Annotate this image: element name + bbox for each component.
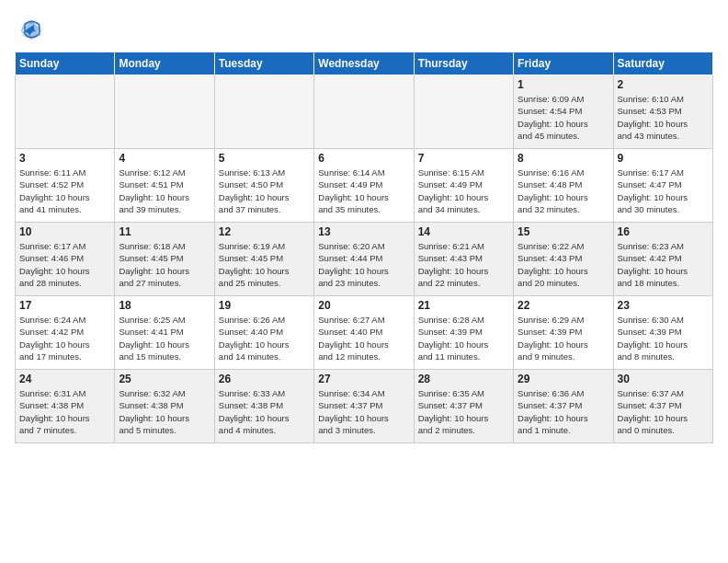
day-info: Sunrise: 6:16 AMSunset: 4:48 PMDaylight:… — [518, 167, 609, 215]
day-info: Sunrise: 6:33 AMSunset: 4:38 PMDaylight:… — [219, 387, 310, 436]
calendar-cell: 3Sunrise: 6:11 AMSunset: 4:52 PMDaylight… — [16, 149, 115, 223]
header-row: SundayMondayTuesdayWednesdayThursdayFrid… — [16, 52, 713, 75]
calendar-cell: 5Sunrise: 6:13 AMSunset: 4:50 PMDaylight… — [214, 149, 313, 223]
day-number: 12 — [219, 225, 310, 238]
day-number: 22 — [518, 299, 609, 312]
day-info: Sunrise: 6:23 AMSunset: 4:42 PMDaylight:… — [618, 240, 709, 289]
calendar-cell: 18Sunrise: 6:25 AMSunset: 4:41 PMDayligh… — [115, 296, 214, 370]
day-number: 23 — [618, 299, 709, 312]
day-info: Sunrise: 6:17 AMSunset: 4:46 PMDaylight:… — [19, 240, 110, 289]
day-number: 5 — [219, 152, 310, 165]
day-info: Sunrise: 6:12 AMSunset: 4:51 PMDaylight:… — [119, 167, 210, 215]
calendar-cell: 26Sunrise: 6:33 AMSunset: 4:38 PMDayligh… — [214, 370, 313, 443]
weekday-header-wednesday: Wednesday — [314, 52, 414, 75]
calendar-cell: 4Sunrise: 6:12 AMSunset: 4:51 PMDaylight… — [115, 149, 214, 223]
day-info: Sunrise: 6:24 AMSunset: 4:42 PMDaylight:… — [19, 314, 110, 362]
day-info: Sunrise: 6:14 AMSunset: 4:49 PMDaylight:… — [318, 167, 409, 215]
weekday-header-thursday: Thursday — [414, 52, 513, 75]
calendar-table: SundayMondayTuesdayWednesdayThursdayFrid… — [15, 52, 713, 443]
calendar-cell: 10Sunrise: 6:17 AMSunset: 4:46 PMDayligh… — [16, 223, 115, 296]
day-number: 29 — [518, 373, 609, 385]
calendar-cell: 29Sunrise: 6:36 AMSunset: 4:37 PMDayligh… — [514, 370, 613, 443]
day-info: Sunrise: 6:17 AMSunset: 4:47 PMDaylight:… — [618, 167, 709, 215]
calendar-cell: 15Sunrise: 6:22 AMSunset: 4:43 PMDayligh… — [514, 223, 613, 296]
weekday-header-sunday: Sunday — [16, 52, 115, 75]
calendar-week-2: 3Sunrise: 6:11 AMSunset: 4:52 PMDaylight… — [16, 149, 713, 223]
day-info: Sunrise: 6:13 AMSunset: 4:50 PMDaylight:… — [219, 167, 310, 215]
day-info: Sunrise: 6:36 AMSunset: 4:37 PMDaylight:… — [518, 387, 609, 436]
day-info: Sunrise: 6:18 AMSunset: 4:45 PMDaylight:… — [119, 240, 210, 289]
calendar-cell — [115, 75, 214, 149]
day-info: Sunrise: 6:11 AMSunset: 4:52 PMDaylight:… — [19, 167, 110, 215]
day-number: 2 — [618, 78, 709, 91]
calendar-week-4: 17Sunrise: 6:24 AMSunset: 4:42 PMDayligh… — [16, 296, 713, 370]
day-number: 10 — [19, 225, 110, 238]
calendar-cell: 27Sunrise: 6:34 AMSunset: 4:37 PMDayligh… — [314, 370, 414, 443]
day-info: Sunrise: 6:25 AMSunset: 4:41 PMDaylight:… — [119, 314, 210, 362]
day-number: 24 — [19, 373, 110, 385]
day-number: 26 — [219, 373, 310, 385]
weekday-header-tuesday: Tuesday — [214, 52, 313, 75]
calendar-header: SundayMondayTuesdayWednesdayThursdayFrid… — [16, 52, 713, 75]
day-info: Sunrise: 6:15 AMSunset: 4:49 PMDaylight:… — [418, 167, 509, 215]
calendar-cell: 19Sunrise: 6:26 AMSunset: 4:40 PMDayligh… — [214, 296, 313, 370]
page-header — [0, 0, 728, 52]
calendar-cell: 6Sunrise: 6:14 AMSunset: 4:49 PMDaylight… — [314, 149, 414, 223]
calendar-cell — [214, 75, 313, 149]
weekday-header-friday: Friday — [514, 52, 613, 75]
day-number: 6 — [318, 152, 409, 165]
day-info: Sunrise: 6:35 AMSunset: 4:37 PMDaylight:… — [418, 387, 509, 436]
day-number: 20 — [318, 299, 409, 312]
calendar-cell: 14Sunrise: 6:21 AMSunset: 4:43 PMDayligh… — [414, 223, 513, 296]
day-info: Sunrise: 6:22 AMSunset: 4:43 PMDaylight:… — [518, 240, 609, 289]
day-info: Sunrise: 6:34 AMSunset: 4:37 PMDaylight:… — [318, 387, 409, 436]
calendar-cell: 9Sunrise: 6:17 AMSunset: 4:47 PMDaylight… — [613, 149, 712, 223]
calendar-cell: 8Sunrise: 6:16 AMSunset: 4:48 PMDaylight… — [514, 149, 613, 223]
day-number: 25 — [119, 373, 210, 385]
calendar-cell — [16, 75, 115, 149]
calendar-cell: 17Sunrise: 6:24 AMSunset: 4:42 PMDayligh… — [16, 296, 115, 370]
weekday-header-monday: Monday — [115, 52, 214, 75]
day-number: 11 — [119, 225, 210, 238]
day-info: Sunrise: 6:21 AMSunset: 4:43 PMDaylight:… — [418, 240, 509, 289]
calendar-week-3: 10Sunrise: 6:17 AMSunset: 4:46 PMDayligh… — [16, 223, 713, 296]
calendar-cell: 13Sunrise: 6:20 AMSunset: 4:44 PMDayligh… — [314, 223, 414, 296]
calendar-cell: 24Sunrise: 6:31 AMSunset: 4:38 PMDayligh… — [16, 370, 115, 443]
day-number: 9 — [618, 152, 709, 165]
calendar-body: 1Sunrise: 6:09 AMSunset: 4:54 PMDaylight… — [16, 75, 713, 443]
day-info: Sunrise: 6:31 AMSunset: 4:38 PMDaylight:… — [19, 387, 110, 436]
day-number: 8 — [518, 152, 609, 165]
day-number: 13 — [318, 225, 409, 238]
calendar-cell: 23Sunrise: 6:30 AMSunset: 4:39 PMDayligh… — [613, 296, 712, 370]
day-number: 21 — [418, 299, 509, 312]
calendar-cell: 1Sunrise: 6:09 AMSunset: 4:54 PMDaylight… — [514, 75, 613, 149]
day-number: 17 — [19, 299, 110, 312]
calendar-cell: 16Sunrise: 6:23 AMSunset: 4:42 PMDayligh… — [613, 223, 712, 296]
day-number: 4 — [119, 152, 210, 165]
calendar-cell: 12Sunrise: 6:19 AMSunset: 4:45 PMDayligh… — [214, 223, 313, 296]
calendar-cell: 30Sunrise: 6:37 AMSunset: 4:37 PMDayligh… — [613, 370, 712, 443]
calendar-cell: 7Sunrise: 6:15 AMSunset: 4:49 PMDaylight… — [414, 149, 513, 223]
day-number: 16 — [618, 225, 709, 238]
day-info: Sunrise: 6:30 AMSunset: 4:39 PMDaylight:… — [618, 314, 709, 362]
calendar-cell: 25Sunrise: 6:32 AMSunset: 4:38 PMDayligh… — [115, 370, 214, 443]
day-info: Sunrise: 6:09 AMSunset: 4:54 PMDaylight:… — [518, 93, 609, 142]
calendar-wrapper: SundayMondayTuesdayWednesdayThursdayFrid… — [0, 52, 728, 451]
calendar-cell: 28Sunrise: 6:35 AMSunset: 4:37 PMDayligh… — [414, 370, 513, 443]
day-number: 1 — [518, 78, 609, 91]
calendar-cell — [314, 75, 414, 149]
day-number: 7 — [418, 152, 509, 165]
calendar-cell: 20Sunrise: 6:27 AMSunset: 4:40 PMDayligh… — [314, 296, 414, 370]
logo-icon — [18, 17, 44, 42]
weekday-header-saturday: Saturday — [613, 52, 712, 75]
calendar-week-5: 24Sunrise: 6:31 AMSunset: 4:38 PMDayligh… — [16, 370, 713, 443]
day-number: 15 — [518, 225, 609, 238]
day-info: Sunrise: 6:20 AMSunset: 4:44 PMDaylight:… — [318, 240, 409, 289]
calendar-cell — [414, 75, 513, 149]
calendar-cell: 21Sunrise: 6:28 AMSunset: 4:39 PMDayligh… — [414, 296, 513, 370]
day-info: Sunrise: 6:37 AMSunset: 4:37 PMDaylight:… — [618, 387, 709, 436]
day-info: Sunrise: 6:28 AMSunset: 4:39 PMDaylight:… — [418, 314, 509, 362]
day-number: 14 — [418, 225, 509, 238]
logo — [18, 17, 48, 42]
day-number: 28 — [418, 373, 509, 385]
